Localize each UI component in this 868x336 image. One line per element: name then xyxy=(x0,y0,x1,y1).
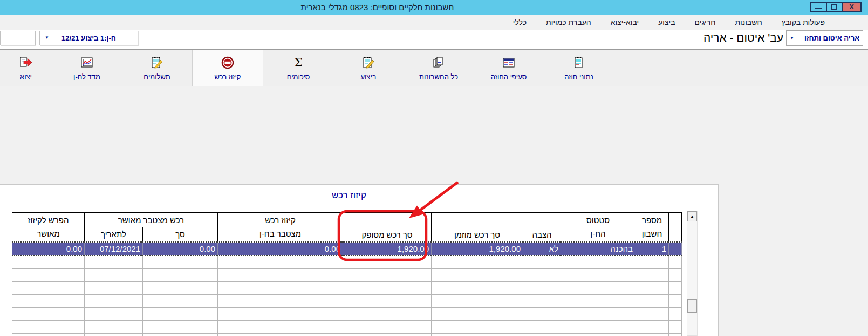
maximize-icon xyxy=(831,4,837,10)
table-row xyxy=(12,333,682,336)
col-header-status: סטטוס הח-ן xyxy=(561,213,635,242)
cell-placement: לא xyxy=(523,242,561,256)
ribbon-button-label: כל החשבונות xyxy=(419,73,458,81)
payments-button[interactable]: תשלומים xyxy=(122,50,192,86)
execution-button[interactable]: ביצוע xyxy=(333,50,404,86)
export-button[interactable]: יצוא xyxy=(0,50,52,86)
table-row xyxy=(12,294,682,307)
col-header-offset-cumulative: קיזוז רכש מצטבר בח-ן xyxy=(218,213,343,242)
cell-offset-cumulative: 0.00 xyxy=(218,242,343,256)
cell-approved-date: 07/12/2021 xyxy=(85,242,143,256)
menu-exceptions[interactable]: חריגים xyxy=(695,18,716,26)
menu-quantity-transfer[interactable]: העברת כמויות xyxy=(546,18,591,26)
menu-file-actions[interactable]: פעולות בקובץ xyxy=(782,18,825,26)
cell-approved-diff: 0.00 xyxy=(12,242,85,256)
row-selector-cell xyxy=(669,242,682,256)
contract-items-window-icon xyxy=(502,55,516,70)
close-icon: X xyxy=(849,3,854,10)
ribbon-button-label: קיזוז רכש xyxy=(214,73,241,81)
col-header-approved-sum: סך xyxy=(143,227,218,242)
menubar: פעולות בקובץ חשבונות חריגים ביצוע יבוא-י… xyxy=(0,15,868,29)
row-selector-header xyxy=(669,213,682,242)
menu-execution[interactable]: ביצוע xyxy=(658,18,675,26)
payments-notepad-icon xyxy=(150,55,164,70)
ribbon-button-label: יצוא xyxy=(20,73,32,81)
table-row xyxy=(12,256,682,269)
contract-items-button[interactable]: סעיפי החוזה xyxy=(474,50,544,86)
cell-approved-sum: 0.00 xyxy=(143,242,218,256)
app-window: חשבונות חלקיים וסופיים: 0823 מגדלי בנארי… xyxy=(0,0,868,336)
document-title: עב' איטום - אריה xyxy=(703,31,783,44)
col-header-supplied: סך רכש מסופק xyxy=(343,213,432,242)
col-group-approved-cumulative: רכש מצטבר מאושר xyxy=(85,213,218,227)
cell-account-no: 1 xyxy=(635,242,669,256)
col-header-account-number: מספר חשבון xyxy=(635,213,669,242)
scroll-up-button[interactable]: ▲ xyxy=(687,211,697,221)
table-vertical-scrollbar[interactable]: ▲ xyxy=(687,211,698,336)
window-controls: X xyxy=(811,2,862,12)
account-selector-label: ח-ן:1 ביצוע 12/21 xyxy=(61,34,116,42)
index-button[interactable]: מדד לח-ן xyxy=(52,50,122,86)
contract-data-notepad-icon xyxy=(572,55,586,70)
chevron-down-icon: ▼ xyxy=(45,36,49,40)
menu-import-export[interactable]: יבוא-יצוא xyxy=(611,18,639,26)
col-header-placement: הצבה xyxy=(523,213,561,242)
export-icon xyxy=(19,55,33,70)
sigma-icon: Σ xyxy=(294,55,303,70)
ribbon-button-label: ביצוע xyxy=(360,73,376,81)
table-row-selected[interactable]: 1 בהכנה לא 1,920.00 1,920.00 0.00 0.00 0… xyxy=(12,242,682,256)
scrollbar-thumb[interactable] xyxy=(687,299,697,313)
company-selector-label: אריה איטום ותחזו xyxy=(804,34,859,42)
ribbon-button-label: תשלומים xyxy=(143,73,170,81)
toolbar: אריה איטום ותחזו ▼ עב' איטום - אריה ח-ן:… xyxy=(0,30,868,49)
ribbon-button-label: נתוני חוזה xyxy=(564,73,593,81)
minimize-icon xyxy=(815,8,822,9)
contract-data-button[interactable]: נתוני חוזה xyxy=(544,50,614,86)
company-selector[interactable]: אריה איטום ותחזו ▼ xyxy=(786,30,863,46)
minus-circle-icon xyxy=(221,55,235,70)
ribbon-button-label: סעיפי החוזה xyxy=(491,73,527,81)
menu-general[interactable]: כללי xyxy=(513,18,527,26)
summaries-button[interactable]: Σ סיכומים xyxy=(263,50,333,86)
cell-supplied: 1,920.00 xyxy=(343,242,432,256)
purchase-offset-title-link[interactable]: קיזוז רכש xyxy=(322,190,376,201)
index-chart-icon xyxy=(80,55,94,70)
titlebar: חשבונות חלקיים וסופיים: 0823 מגדלי בנארי… xyxy=(0,0,868,15)
purchase-offset-table: מספר חשבון סטטוס הח-ן הצבה סך רכש מוזמן … xyxy=(12,212,682,336)
cell-ordered: 1,920.00 xyxy=(432,242,523,256)
account-selector[interactable]: ח-ן:1 ביצוע 12/21 ▼ xyxy=(39,31,138,45)
table-row xyxy=(12,307,682,320)
minimize-button[interactable] xyxy=(810,2,827,12)
scroll-up-icon: ▲ xyxy=(690,214,695,219)
ribbon-button-label: מדד לח-ן xyxy=(73,73,100,81)
table-row xyxy=(12,320,682,333)
empty-status-panel xyxy=(0,31,36,45)
documents-stack-icon xyxy=(432,55,446,70)
menu-accounts[interactable]: חשבונות xyxy=(735,18,762,26)
purchase-offset-button[interactable]: קיזוז רכש xyxy=(192,50,263,86)
ribbon-button-label: סיכומים xyxy=(287,73,310,81)
cell-status: בהכנה xyxy=(561,242,635,256)
table-row xyxy=(12,281,682,294)
ribbon: יצוא מדד לח-ן xyxy=(0,49,868,86)
col-header-ordered: סך רכש מוזמן xyxy=(432,213,523,242)
execution-notepad-icon xyxy=(361,55,375,70)
all-accounts-button[interactable]: כל החשבונות xyxy=(404,50,474,86)
chevron-down-icon: ▼ xyxy=(790,36,794,41)
col-header-approved-date: לתאריך xyxy=(85,227,143,242)
table-row xyxy=(12,268,682,281)
window-title: חשבונות חלקיים וסופיים: 0823 מגדלי בנארי… xyxy=(0,0,755,15)
close-button[interactable]: X xyxy=(842,2,862,12)
maximize-button[interactable] xyxy=(826,2,843,12)
col-header-approved-diff: הפרש לקיזוז מאושר xyxy=(12,213,85,242)
